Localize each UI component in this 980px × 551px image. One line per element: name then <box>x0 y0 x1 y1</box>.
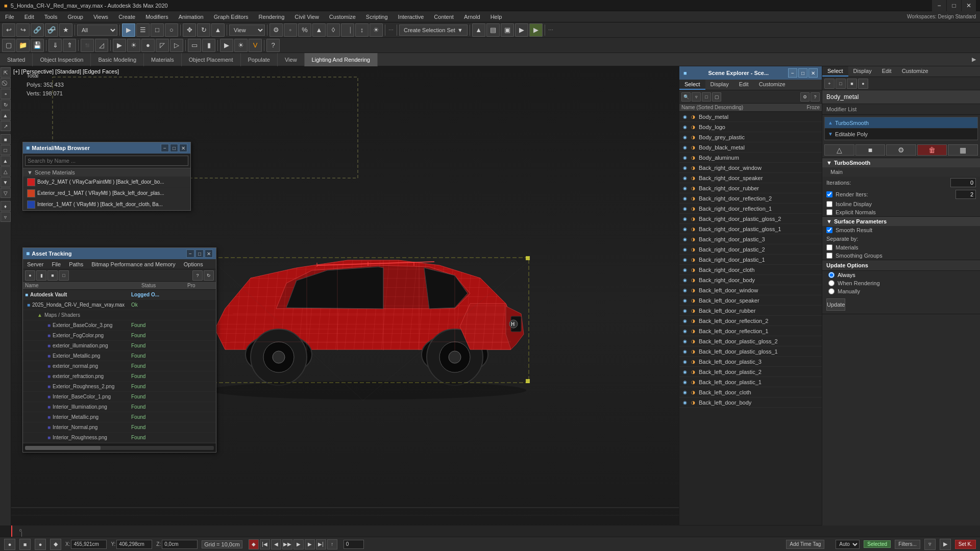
scene-tab-display[interactable]: Display <box>705 80 734 90</box>
mod-pin-btn[interactable]: △ <box>824 144 854 156</box>
circle-select-button[interactable]: ○ <box>165 23 178 37</box>
scene-item-blp1[interactable]: ◉ ◑ Back_left_door_plastic_1 <box>679 377 822 387</box>
at-btn-refresh[interactable]: ↻ <box>204 270 214 281</box>
left-tb-btn7[interactable]: ■ <box>1 134 11 144</box>
objects-by-layer[interactable]: ▮ <box>202 39 215 52</box>
scene-tab-customize[interactable]: Customize <box>754 80 791 90</box>
scene-item-blb[interactable]: ◉ ◑ Back_left_door_body <box>679 397 822 408</box>
menu-views[interactable]: Views <box>88 13 113 21</box>
goto-start-btn[interactable]: |◀ <box>260 539 270 549</box>
goto-end-btn[interactable]: ▶| <box>316 539 326 549</box>
se-restore[interactable]: □ <box>798 68 807 78</box>
menu-interactive[interactable]: Interactive <box>393 13 429 21</box>
at-btn-1[interactable]: ● <box>25 270 35 281</box>
mat-browser-close[interactable]: ✕ <box>179 144 187 152</box>
tab-object-inspection[interactable]: Object Inspection <box>33 53 91 66</box>
at-btn-help[interactable]: ? <box>192 270 203 281</box>
batch-render[interactable]: ▷ <box>170 39 183 52</box>
manually-radio[interactable] <box>828 288 835 294</box>
mat-browser-minimize[interactable]: − <box>161 144 169 152</box>
asset-tracking-btn[interactable]: ◾ <box>81 39 94 52</box>
scene-item-blref2[interactable]: ◉ ◑ Back_left_door_reflection_2 <box>679 316 822 326</box>
scene-item-brp1[interactable]: ◉ ◑ Back_right_door_plastic_1 <box>679 255 822 265</box>
scene-materials-section[interactable]: ▼ Scene Materials <box>23 168 190 177</box>
status-icon-2[interactable]: ■ <box>19 539 31 550</box>
left-tb-maximize-vp[interactable]: ↗ <box>1 121 11 131</box>
se-filter-btn[interactable]: ▿ <box>692 92 701 102</box>
se-select-all[interactable]: □ <box>702 92 711 102</box>
status-icon-1[interactable]: ● <box>4 539 15 550</box>
scene-item-body-aluminum[interactable]: ◉ ◑ Body_aluminum <box>679 153 822 163</box>
mod-config-btn[interactable]: ⚙ <box>886 144 916 156</box>
quick-render-button[interactable]: ▶ <box>529 23 543 37</box>
scene-item-brs[interactable]: ◉ ◑ Back_right_door_speaker <box>679 173 822 183</box>
explicit-normals-checkbox[interactable] <box>826 209 832 215</box>
menu-customize[interactable]: Customize <box>324 13 361 21</box>
asset-tracking-titlebar[interactable]: ■ Asset Tracking − □ ✕ <box>23 248 216 259</box>
at-close[interactable]: ✕ <box>205 249 213 258</box>
mat-item-exterior-red[interactable]: Exterior_red_1_MAT ( VRayMtl ) [Back_lef… <box>23 188 190 199</box>
tab-materials[interactable]: Materials <box>144 53 182 66</box>
status-icon-lock[interactable]: ● <box>35 539 46 550</box>
close-button[interactable]: ✕ <box>962 0 976 11</box>
tab-view[interactable]: View <box>278 53 305 66</box>
at-menu-server[interactable]: Server <box>23 260 47 268</box>
minimize-button[interactable]: − <box>932 0 946 11</box>
menu-animation[interactable]: Animation <box>174 13 209 21</box>
set-keyframe-btn[interactable]: ◆ <box>249 539 259 549</box>
left-tb-pan[interactable]: ⚬ <box>1 89 11 99</box>
new-scene-button[interactable]: ▢ <box>2 39 15 52</box>
se-help-btn[interactable]: ? <box>811 92 820 102</box>
environment-btn[interactable]: ☀ <box>127 39 140 52</box>
mat-browser-restore[interactable]: □ <box>170 144 178 152</box>
material-editor-button[interactable]: ▣ <box>501 23 514 37</box>
modifier-editable-poly[interactable]: ▼ Editable Poly <box>825 129 977 140</box>
at-row-int-normal[interactable]: ■Interior_Normal.png Found <box>23 422 216 433</box>
at-row-int-basecolor[interactable]: ■Interior_BaseColor_1.png Found <box>23 392 216 402</box>
redo-button[interactable]: ↪ <box>16 23 30 37</box>
mat-item-interior1[interactable]: Interior_1_MAT ( VRayMtl ) [Back_left_do… <box>23 199 190 210</box>
mod-tab-display[interactable]: Display <box>848 66 877 77</box>
angle-snap[interactable]: ◦ <box>284 23 297 37</box>
scene-item-brref1[interactable]: ◉ ◑ Back_right_door_reflection_1 <box>679 204 822 214</box>
vray-toolbar-1[interactable]: V <box>249 39 262 52</box>
unlink-button[interactable]: 🔗 <box>45 23 58 37</box>
mod-tb-btn4[interactable]: ● <box>858 79 868 89</box>
isoline-checkbox[interactable] <box>826 201 832 207</box>
light-viewer-btn[interactable]: ☀ <box>234 39 248 52</box>
left-tb-btn10[interactable]: △ <box>1 166 11 177</box>
at-menu-paths[interactable]: Paths <box>65 260 87 268</box>
scene-item-brr[interactable]: ◉ ◑ Back_right_door_rubber <box>679 183 822 193</box>
left-tb-btn12[interactable]: ▽ <box>1 188 11 198</box>
frame-number-input[interactable] <box>344 540 364 549</box>
scene-item-blp3[interactable]: ◉ ◑ Back_left_door_plastic_3 <box>679 357 822 367</box>
at-row-vault[interactable]: ■Autodesk Vault Logged O... <box>23 290 216 300</box>
mod-edit-btn[interactable]: ■ <box>855 144 886 156</box>
at-btn-4[interactable]: □ <box>59 270 69 281</box>
mod-tab-select[interactable]: Select <box>822 66 848 77</box>
import-button[interactable]: ⇓ <box>48 39 62 52</box>
render-to-texture[interactable]: ◸ <box>156 39 169 52</box>
next-frame-btn[interactable]: ▶ <box>305 539 315 549</box>
mod-copy-btn[interactable]: ▦ <box>948 144 978 156</box>
status-icon-nav[interactable]: ▶ <box>940 539 951 550</box>
place-highlight[interactable]: ☀ <box>370 23 383 37</box>
scene-item-blref1[interactable]: ◉ ◑ Back_left_door_reflection_1 <box>679 326 822 336</box>
select-by-name-button[interactable]: ☰ <box>136 23 150 37</box>
z-coord-input[interactable] <box>162 540 198 549</box>
scene-states-btn[interactable]: ▶ <box>113 39 126 52</box>
menu-content[interactable]: Content <box>429 13 459 21</box>
auto-mode-dropdown[interactable]: Auto <box>836 540 860 549</box>
render-iters-input[interactable] <box>955 190 976 199</box>
x-coord-input[interactable] <box>71 540 107 549</box>
curve-editor-button[interactable]: ▲ <box>472 23 485 37</box>
at-scrollbar[interactable] <box>25 446 214 450</box>
material-browser-titlebar[interactable]: ■ Material/Map Browser − □ ✕ <box>23 142 190 154</box>
tab-started[interactable]: Started <box>0 53 33 66</box>
mod-tab-customize[interactable]: Customize <box>897 66 934 77</box>
at-row-illumination[interactable]: ■exterior_illumination.png Found <box>23 341 216 351</box>
menu-rendering[interactable]: Rendering <box>254 13 290 21</box>
at-row-int-illumination[interactable]: ■Interior_Illumination.png Found <box>23 402 216 412</box>
tab-lighting-rendering[interactable]: Lighting And Rendering <box>305 53 378 66</box>
menu-scripting[interactable]: Scripting <box>361 13 393 21</box>
